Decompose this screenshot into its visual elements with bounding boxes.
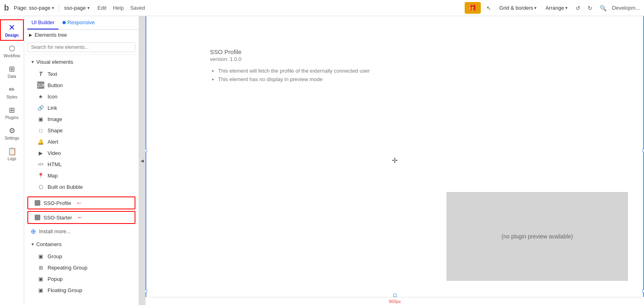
sso-title: SSO Profile: [210, 48, 370, 55]
element-sso-profile[interactable]: SSO-Profile ←: [27, 196, 135, 209]
element-link-label: Link: [48, 105, 57, 111]
element-image-label: Image: [48, 116, 62, 122]
canvas-area: ◀ ✛ SSO Profile version: 1.0.0 This elem…: [139, 16, 644, 305]
element-map[interactable]: 📍 Map: [27, 170, 135, 181]
nav-item-logs[interactable]: 📋 Logs: [0, 144, 24, 164]
element-button-label: Button: [48, 82, 63, 88]
shape-icon: □: [37, 127, 44, 134]
containers-label: Containers: [36, 241, 62, 247]
install-more[interactable]: ⊕ Install more...: [24, 226, 139, 237]
element-html[interactable]: </> HTML: [27, 159, 135, 170]
chevron-down-icon-3: ▾: [534, 6, 536, 10]
visual-elements-header[interactable]: ▼ Visual elements: [27, 56, 135, 67]
nav-item-workflow[interactable]: ⬡ Workflow: [0, 41, 24, 61]
tab-responsive-label: Responsive: [67, 19, 95, 25]
repeating-group-icon: ⊞: [37, 264, 44, 271]
element-repeating-group-label: Repeating Group: [48, 265, 87, 271]
data-label: Data: [8, 74, 16, 79]
redo-button[interactable]: ↻: [586, 3, 594, 13]
element-shape[interactable]: □ Shape: [27, 125, 135, 136]
element-floating-group-label: Floating Group: [48, 287, 82, 293]
containers-list: ▣ Group ⊞ Repeating Group ▣ Popup ▣ Floa…: [27, 250, 135, 297]
element-video[interactable]: ▶ Video: [27, 147, 135, 159]
element-image[interactable]: ▣ Image: [27, 113, 135, 125]
tab-responsive[interactable]: Responsive: [58, 16, 99, 29]
element-built-on-bubble[interactable]: ⬡ Built on Bubble: [27, 181, 135, 192]
styles-icon: ✏: [9, 85, 15, 94]
edit-button[interactable]: Edit: [98, 5, 106, 11]
page-tab[interactable]: sso-page ▾: [64, 5, 89, 11]
button-icon: QUK: [37, 81, 44, 89]
left-nav: ✕ Design ⬡ Workflow ⊞ Data ✏ Styles ⊞ Pl…: [0, 16, 24, 305]
undo-button[interactable]: ↺: [574, 3, 582, 13]
containers-header[interactable]: ▼ Containers: [27, 239, 135, 250]
sidebar-tabs: UI Builder Responsive: [24, 16, 139, 30]
sidebar-content: ▼ Visual elements T Text QUK Button ★ Ic…: [24, 55, 139, 305]
element-text[interactable]: T Text: [27, 68, 135, 79]
element-sso-starter[interactable]: SSO-Starter ←: [27, 211, 135, 224]
saved-status: Saved: [130, 5, 145, 11]
search-container: [24, 40, 139, 55]
visual-elements-label: Visual elements: [36, 59, 73, 65]
sso-bullets: This element will fetch the profile of t…: [210, 68, 370, 82]
element-repeating-group[interactable]: ⊞ Repeating Group: [27, 262, 135, 273]
group-icon: ▣: [37, 253, 44, 260]
visual-elements-section: ▼ Visual elements T Text QUK Button ★ Ic…: [24, 55, 139, 195]
element-group[interactable]: ▣ Group: [27, 251, 135, 262]
element-map-label: Map: [48, 173, 58, 179]
sso-profile-label: SSO-Profile: [44, 200, 71, 206]
text-icon: T: [37, 70, 44, 77]
handle-left: [145, 149, 147, 152]
element-popup[interactable]: ▣ Popup: [27, 273, 135, 284]
nav-item-settings[interactable]: ⚙ Settings: [0, 123, 24, 144]
sso-bullet-2: This element has no display in preview m…: [218, 76, 370, 82]
element-link[interactable]: 🔗 Link: [27, 102, 135, 113]
nav-item-data[interactable]: ⊞ Data: [0, 61, 24, 82]
element-floating-group[interactable]: ▣ Floating Group: [27, 284, 135, 296]
tab-ui-builder[interactable]: UI Builder: [27, 16, 58, 29]
nav-item-design[interactable]: ✕ Design: [0, 19, 24, 41]
arrange-label: Arrange: [545, 5, 564, 11]
video-icon: ▶: [37, 149, 44, 157]
nav-item-styles[interactable]: ✏ Styles: [0, 82, 24, 102]
grid-borders-button[interactable]: Grid & borders ▾: [497, 3, 539, 13]
tab-ui-builder-label: UI Builder: [31, 19, 54, 25]
alert-icon: 🔔: [37, 138, 44, 145]
data-icon: ⊞: [9, 65, 15, 73]
containers-arrow: ▼: [31, 242, 35, 247]
design-icon: ✕: [8, 23, 15, 32]
element-button[interactable]: QUK Button: [27, 79, 135, 91]
move-cursor-icon: ✛: [392, 156, 398, 165]
visual-elements-list: T Text QUK Button ★ Icon 🔗 Link: [27, 67, 135, 193]
element-icon-label: Icon: [48, 94, 58, 100]
nav-item-plugins[interactable]: ⊞ Plugins: [0, 102, 24, 123]
element-icon[interactable]: ★ Icon: [27, 91, 135, 102]
page-label: Page: sso-page: [14, 5, 50, 11]
logs-icon: 📋: [8, 147, 17, 156]
visual-elements-arrow: ▼: [31, 60, 35, 64]
canvas[interactable]: ✛ SSO Profile version: 1.0.0 This elemen…: [145, 16, 644, 305]
handle-bottom-center: [393, 294, 397, 297]
element-alert[interactable]: 🔔 Alert: [27, 136, 135, 147]
sso-starter-icon: [35, 215, 40, 220]
element-shape-label: Shape: [48, 127, 63, 134]
main-layout: ✕ Design ⬡ Workflow ⊞ Data ✏ Styles ⊞ Pl…: [0, 16, 644, 305]
elements-tree-toggle[interactable]: ▶ Elements tree: [24, 30, 139, 40]
sso-starter-arrow: ←: [77, 214, 83, 221]
built-on-bubble-icon: ⬡: [37, 183, 44, 190]
logs-label: Logs: [8, 157, 17, 161]
arrange-button[interactable]: Arrange ▾: [543, 3, 569, 13]
page-selector[interactable]: Page: sso-page ▾: [14, 5, 54, 11]
topbar-actions: Edit Help Saved: [98, 5, 145, 11]
gift-button[interactable]: 🎁: [465, 2, 481, 14]
plugins-label: Plugins: [5, 115, 19, 120]
develop-button[interactable]: Developm...: [612, 5, 640, 11]
cursor-icon-button[interactable]: ↖: [485, 3, 493, 13]
search-input[interactable]: [27, 42, 135, 52]
help-button[interactable]: Help: [113, 5, 124, 11]
chevron-down-icon-4: ▾: [565, 6, 567, 10]
collapse-sidebar-button[interactable]: ◀: [139, 16, 145, 305]
workflow-label: Workflow: [4, 54, 20, 58]
sidebar: UI Builder Responsive ▶ Elements tree ▼ …: [24, 16, 139, 305]
search-button[interactable]: 🔍: [598, 3, 608, 13]
